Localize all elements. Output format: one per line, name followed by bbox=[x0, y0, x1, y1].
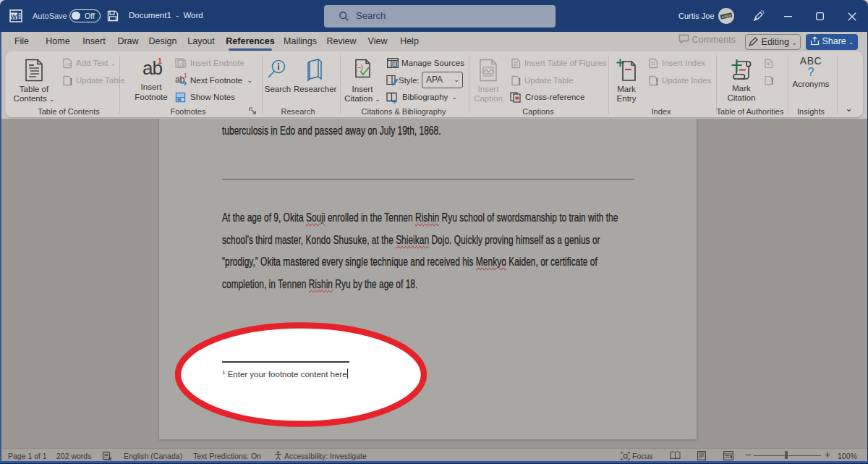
svg-text:W: W bbox=[11, 13, 17, 20]
svg-text:!: ! bbox=[655, 76, 659, 86]
svg-text:!: ! bbox=[69, 76, 73, 86]
svg-text:[i]: [i] bbox=[179, 62, 187, 67]
svg-text:!: ! bbox=[518, 76, 522, 86]
svg-text:!: ! bbox=[770, 76, 773, 85]
svg-text:(–): (–) bbox=[355, 64, 363, 71]
svg-text:ASER: ASER bbox=[721, 13, 732, 20]
svg-text:+a: +a bbox=[65, 61, 72, 67]
